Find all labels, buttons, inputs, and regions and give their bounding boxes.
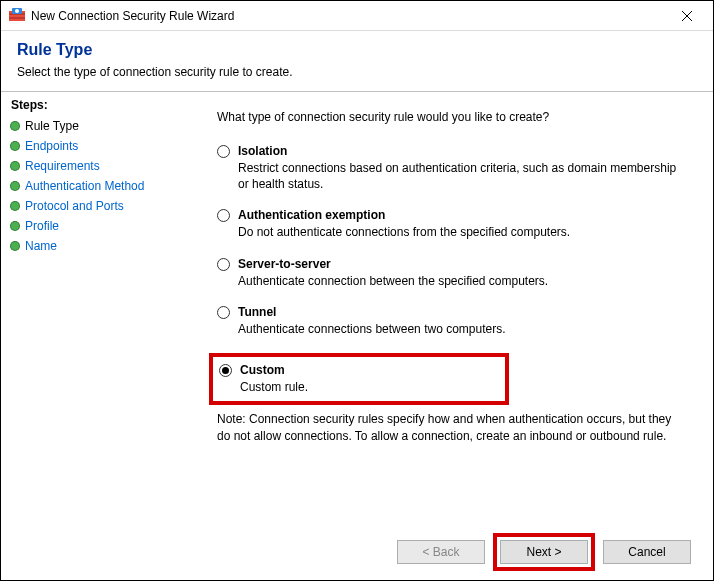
- step-rule-type[interactable]: Rule Type: [1, 116, 193, 136]
- radio-icon[interactable]: [217, 209, 230, 222]
- wizard-header: Rule Type Select the type of connection …: [1, 31, 713, 91]
- wizard-window: New Connection Security Rule Wizard Rule…: [0, 0, 714, 581]
- step-label: Rule Type: [25, 119, 79, 133]
- main-panel: What type of connection security rule wo…: [193, 92, 713, 524]
- step-label: Protocol and Ports: [25, 199, 124, 213]
- option-isolation[interactable]: Isolation Restrict connections based on …: [217, 144, 689, 192]
- wizard-question: What type of connection security rule wo…: [217, 110, 689, 124]
- step-requirements[interactable]: Requirements: [1, 156, 193, 176]
- step-bullet-icon: [11, 122, 19, 130]
- option-auth-exemption[interactable]: Authentication exemption Do not authenti…: [217, 208, 689, 240]
- back-button[interactable]: < Back: [397, 540, 485, 564]
- option-desc: Do not authenticate connections from the…: [238, 224, 689, 240]
- next-button[interactable]: Next >: [500, 540, 588, 564]
- option-custom[interactable]: Custom Custom rule.: [219, 363, 497, 395]
- wizard-note: Note: Connection security rules specify …: [217, 411, 689, 445]
- option-desc: Custom rule.: [240, 379, 497, 395]
- step-label: Name: [25, 239, 57, 253]
- steps-header: Steps:: [1, 96, 193, 116]
- option-server-to-server[interactable]: Server-to-server Authenticate connection…: [217, 257, 689, 289]
- option-tunnel[interactable]: Tunnel Authenticate connections between …: [217, 305, 689, 337]
- highlight-next: Next >: [493, 533, 595, 571]
- radio-icon[interactable]: [219, 364, 232, 377]
- step-label: Profile: [25, 219, 59, 233]
- svg-point-5: [15, 9, 19, 13]
- highlight-custom: Custom Custom rule.: [209, 353, 509, 405]
- titlebar: New Connection Security Rule Wizard: [1, 1, 713, 31]
- option-label: Server-to-server: [238, 257, 689, 271]
- close-button[interactable]: [667, 2, 707, 30]
- option-desc: Restrict connections based on authentica…: [238, 160, 689, 192]
- step-bullet-icon: [11, 202, 19, 210]
- step-label: Endpoints: [25, 139, 78, 153]
- firewall-icon: [9, 8, 25, 24]
- step-authentication-method[interactable]: Authentication Method: [1, 176, 193, 196]
- radio-icon[interactable]: [217, 306, 230, 319]
- option-desc: Authenticate connections between two com…: [238, 321, 689, 337]
- option-desc: Authenticate connection between the spec…: [238, 273, 689, 289]
- option-label: Isolation: [238, 144, 689, 158]
- step-bullet-icon: [11, 242, 19, 250]
- option-label: Tunnel: [238, 305, 689, 319]
- steps-sidebar: Steps: Rule Type Endpoints Requirements …: [1, 92, 193, 524]
- step-bullet-icon: [11, 222, 19, 230]
- step-profile[interactable]: Profile: [1, 216, 193, 236]
- step-endpoints[interactable]: Endpoints: [1, 136, 193, 156]
- step-bullet-icon: [11, 162, 19, 170]
- option-label: Authentication exemption: [238, 208, 689, 222]
- option-label: Custom: [240, 363, 497, 377]
- step-bullet-icon: [11, 142, 19, 150]
- page-title: Rule Type: [17, 41, 697, 59]
- steps-list: Rule Type Endpoints Requirements Authent…: [1, 116, 193, 256]
- svg-rect-3: [9, 19, 25, 21]
- radio-icon[interactable]: [217, 145, 230, 158]
- wizard-footer: < Back Next > Cancel: [1, 524, 713, 580]
- step-label: Requirements: [25, 159, 100, 173]
- wizard-body: Steps: Rule Type Endpoints Requirements …: [1, 92, 713, 524]
- radio-icon[interactable]: [217, 258, 230, 271]
- step-label: Authentication Method: [25, 179, 144, 193]
- window-title: New Connection Security Rule Wizard: [31, 9, 667, 23]
- step-bullet-icon: [11, 182, 19, 190]
- page-subtitle: Select the type of connection security r…: [17, 65, 697, 79]
- step-name[interactable]: Name: [1, 236, 193, 256]
- rule-type-options: Isolation Restrict connections based on …: [217, 144, 689, 405]
- step-protocol-and-ports[interactable]: Protocol and Ports: [1, 196, 193, 216]
- svg-rect-2: [9, 15, 25, 17]
- cancel-button[interactable]: Cancel: [603, 540, 691, 564]
